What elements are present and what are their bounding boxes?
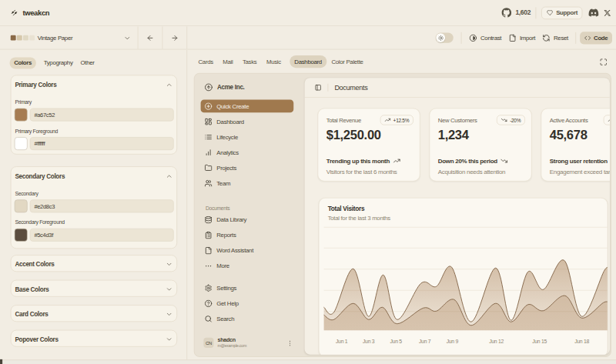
svg-text:Jun 7: Jun 7 (419, 339, 431, 344)
svg-text:Jun 3: Jun 3 (363, 339, 375, 344)
svg-text:Jun 15: Jun 15 (532, 339, 547, 344)
svg-text:Jun 1: Jun 1 (336, 339, 348, 344)
svg-text:Jun 18: Jun 18 (574, 339, 589, 344)
svg-text:Jun 9: Jun 9 (447, 339, 459, 344)
svg-text:Jun 12: Jun 12 (489, 339, 504, 344)
svg-text:Jun 5: Jun 5 (390, 339, 402, 344)
